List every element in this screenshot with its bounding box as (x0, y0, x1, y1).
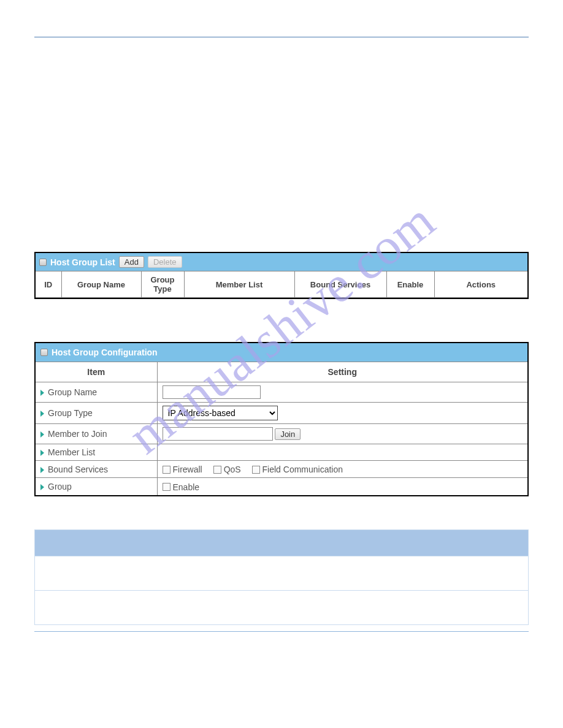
description-header (35, 530, 528, 556)
delete-button[interactable]: Delete (148, 256, 182, 268)
caret-icon (40, 484, 44, 490)
label-enable: Enable (173, 482, 200, 492)
host-group-list-table: ID Group Name Group Type Member List Bou… (36, 271, 527, 298)
panel-toggle-icon[interactable] (40, 349, 48, 356)
caret-icon (40, 450, 44, 456)
add-button[interactable]: Add (119, 256, 144, 268)
config-panel-title: Host Group Configuration (52, 347, 158, 357)
col-member-list: Member List (184, 271, 294, 298)
member-to-join-input[interactable] (163, 427, 273, 441)
col-group-type: Group Type (141, 271, 184, 298)
description-row (35, 590, 528, 624)
row-bound-services: Bound Services Firewall QoS Field Commun… (36, 461, 527, 478)
label-field-communication: Field Communication (262, 464, 343, 474)
config-table: Item Setting Group Name Group Type IP Ad… (36, 362, 527, 495)
panel-toggle-icon[interactable] (39, 259, 47, 266)
list-panel-title: Host Group List (50, 257, 115, 267)
col-enable: Enable (386, 271, 434, 298)
label-qos: QoS (224, 464, 241, 474)
label-firewall: Firewall (173, 464, 202, 474)
row-group: Group Enable (36, 478, 527, 495)
config-panel-header: Host Group Configuration (36, 343, 527, 362)
group-name-input[interactable] (163, 385, 261, 399)
description-table (34, 529, 529, 625)
field-communication-checkbox[interactable] (252, 466, 260, 474)
caret-icon (40, 467, 44, 473)
caret-icon (40, 431, 44, 438)
caret-icon (40, 411, 44, 417)
row-member-list: Member List (36, 444, 527, 461)
label-member-to-join: Member to Join (48, 429, 107, 439)
col-bound-services: Bound Services (294, 271, 386, 298)
list-panel-header: Host Group List Add Delete (36, 253, 527, 271)
table-header-row: ID Group Name Group Type Member List Bou… (36, 271, 527, 298)
group-type-select[interactable]: IP Address-based (163, 406, 278, 420)
host-group-list-panel: Host Group List Add Delete ID Group Name… (34, 252, 529, 299)
host-group-config-panel: Host Group Configuration Item Setting Gr… (34, 342, 529, 496)
row-group-name: Group Name (36, 382, 527, 403)
row-member-to-join: Member to Join Join (36, 424, 527, 444)
top-divider (34, 37, 529, 37)
label-group: Group (48, 482, 72, 491)
join-button[interactable]: Join (275, 428, 301, 440)
label-member-list: Member List (48, 447, 95, 457)
row-group-type: Group Type IP Address-based (36, 403, 527, 424)
head-item: Item (36, 362, 157, 382)
firewall-checkbox[interactable] (163, 466, 170, 474)
enable-checkbox[interactable] (163, 483, 170, 491)
qos-checkbox[interactable] (213, 466, 221, 474)
col-actions: Actions (434, 271, 527, 298)
col-id: ID (36, 271, 61, 298)
col-group-name: Group Name (61, 271, 141, 298)
caret-icon (40, 390, 44, 396)
config-header-row: Item Setting (36, 362, 527, 382)
label-bound-services: Bound Services (48, 464, 108, 474)
bottom-rule (34, 631, 529, 632)
label-group-type: Group Type (48, 408, 93, 418)
description-row (35, 556, 528, 590)
head-setting: Setting (157, 362, 527, 382)
label-group-name: Group Name (48, 387, 97, 397)
